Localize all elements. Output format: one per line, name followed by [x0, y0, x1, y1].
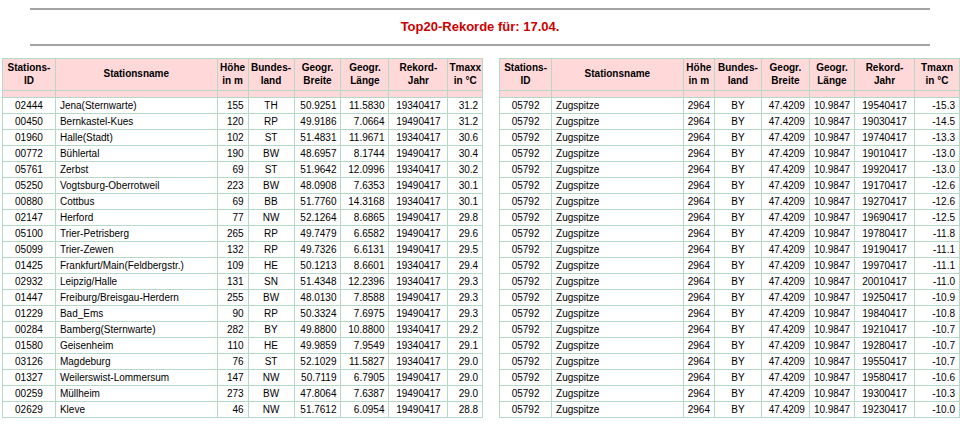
- cell-stations-id: 01425: [3, 258, 56, 274]
- cell-bundesland: BY: [714, 402, 761, 418]
- cell-stations-id: 05792: [500, 322, 552, 338]
- cell-rekord-jahr: 19490417: [389, 210, 448, 226]
- cell-geogr-breite: 47.4209: [761, 146, 809, 162]
- cell-bundesland: BW: [248, 178, 294, 194]
- cell-geogr-laenge: 8.1744: [341, 146, 389, 162]
- cell-stationsname: Trier-Petrisberg: [55, 226, 217, 242]
- table-row: 05792Zugspitze2964BY47.420910.9847195404…: [500, 98, 960, 114]
- cell-stationsname: Bernkastel-Kues: [55, 114, 217, 130]
- cell-bundesland: BY: [714, 306, 761, 322]
- cell-temperature: 30.4: [448, 146, 483, 162]
- cell-hoehe-in-m: 2964: [683, 370, 714, 386]
- cell-geogr-laenge: 7.8588: [341, 290, 389, 306]
- cell-rekord-jahr: 19840417: [855, 306, 915, 322]
- cell-rekord-jahr: 19490417: [389, 226, 448, 242]
- records-table-tmaxn: Stations- IDStationsnameHöhe in mBundes-…: [499, 58, 960, 418]
- cell-stationsname: Zugspitze: [552, 274, 684, 290]
- cell-hoehe-in-m: 2964: [683, 274, 714, 290]
- cell-stations-id: 02629: [3, 402, 56, 418]
- cell-hoehe-in-m: 2964: [683, 194, 714, 210]
- cell-stations-id: 05792: [500, 146, 552, 162]
- cell-stationsname: Bamberg(Sternwarte): [55, 322, 217, 338]
- table-row: 03126Magdeburg76ST52.102911.582719340417…: [3, 354, 483, 370]
- cell-stations-id: 05792: [500, 226, 552, 242]
- cell-rekord-jahr: 19920417: [855, 162, 915, 178]
- cell-bundesland: BY: [714, 194, 761, 210]
- cell-temperature: 29.8: [448, 210, 483, 226]
- cell-bundesland: NW: [248, 210, 294, 226]
- table-row: 05792Zugspitze2964BY47.420910.9847192104…: [500, 322, 960, 338]
- cell-geogr-laenge: 6.7905: [341, 370, 389, 386]
- header-spacer-cell: [448, 91, 483, 98]
- cell-rekord-jahr: 19340417: [389, 98, 448, 114]
- cell-temperature: 29.0: [448, 386, 483, 402]
- cell-geogr-breite: 48.0130: [294, 290, 341, 306]
- cell-geogr-laenge: 10.9847: [809, 178, 854, 194]
- cell-geogr-breite: 47.4209: [761, 242, 809, 258]
- title-divider: [30, 44, 930, 46]
- cell-stations-id: 05100: [3, 226, 56, 242]
- cell-rekord-jahr: 19190417: [855, 242, 915, 258]
- cell-stationsname: Zugspitze: [552, 194, 684, 210]
- cell-temperature: -11.8: [915, 226, 960, 242]
- cell-hoehe-in-m: 2964: [683, 98, 714, 114]
- cell-stationsname: Cottbus: [55, 194, 217, 210]
- col-header-hoehe-in-m: Höhe in m: [683, 59, 714, 91]
- cell-stations-id: 02932: [3, 274, 56, 290]
- cell-rekord-jahr: 19230417: [855, 402, 915, 418]
- cell-rekord-jahr: 19340417: [389, 130, 448, 146]
- cell-geogr-laenge: 7.9549: [341, 338, 389, 354]
- col-header-geogr-breite: Geogr. Breite: [761, 59, 809, 91]
- header-spacer-cell: [500, 91, 552, 98]
- cell-temperature: -12.6: [915, 194, 960, 210]
- cell-bundesland: BW: [248, 146, 294, 162]
- cell-geogr-breite: 51.4831: [294, 130, 341, 146]
- cell-hoehe-in-m: 132: [217, 242, 248, 258]
- cell-geogr-breite: 49.7326: [294, 242, 341, 258]
- cell-temperature: 29.5: [448, 242, 483, 258]
- cell-stations-id: 05792: [500, 210, 552, 226]
- table-row: 05250Vogtsburg-Oberrotweil223BW48.09087.…: [3, 178, 483, 194]
- cell-stations-id: 01327: [3, 370, 56, 386]
- cell-rekord-jahr: 19690417: [855, 210, 915, 226]
- page-title: Top20-Rekorde für: 17.04.: [0, 10, 960, 44]
- cell-temperature: -13.0: [915, 146, 960, 162]
- cell-geogr-laenge: 8.6865: [341, 210, 389, 226]
- cell-hoehe-in-m: 90: [217, 306, 248, 322]
- table-row: 05792Zugspitze2964BY47.420910.9847191704…: [500, 178, 960, 194]
- col-header-stations-id: Stations- ID: [3, 59, 56, 91]
- cell-bundesland: BY: [714, 98, 761, 114]
- cell-temperature: -15.3: [915, 98, 960, 114]
- cell-geogr-laenge: 10.9847: [809, 162, 854, 178]
- cell-hoehe-in-m: 2964: [683, 146, 714, 162]
- table-row: 05792Zugspitze2964BY47.420910.9847196904…: [500, 210, 960, 226]
- cell-rekord-jahr: 19490417: [389, 386, 448, 402]
- cell-geogr-breite: 49.9186: [294, 114, 341, 130]
- cell-stations-id: 00772: [3, 146, 56, 162]
- cell-bundesland: BW: [248, 386, 294, 402]
- cell-geogr-laenge: 7.6975: [341, 306, 389, 322]
- table-row: 05792Zugspitze2964BY47.420910.9847195804…: [500, 370, 960, 386]
- cell-geogr-laenge: 10.9847: [809, 98, 854, 114]
- cell-hoehe-in-m: 255: [217, 290, 248, 306]
- cell-temperature: -10.7: [915, 338, 960, 354]
- cell-geogr-breite: 52.1029: [294, 354, 341, 370]
- table-row: 00450Bernkastel-Kues120RP49.91867.066419…: [3, 114, 483, 130]
- cell-temperature: 31.2: [448, 98, 483, 114]
- cell-rekord-jahr: 19490417: [389, 146, 448, 162]
- cell-rekord-jahr: 19340417: [389, 322, 448, 338]
- col-header-stationsname: Stationsname: [552, 59, 684, 91]
- cell-geogr-breite: 47.4209: [761, 354, 809, 370]
- table-row: 05792Zugspitze2964BY47.420910.9847190304…: [500, 114, 960, 130]
- table-row: 02932Leipzig/Halle131SN51.434812.2396193…: [3, 274, 483, 290]
- cell-stationsname: Zugspitze: [552, 322, 684, 338]
- cell-geogr-breite: 47.8064: [294, 386, 341, 402]
- cell-hoehe-in-m: 2964: [683, 178, 714, 194]
- cell-geogr-laenge: 10.9847: [809, 290, 854, 306]
- cell-bundesland: BY: [714, 162, 761, 178]
- cell-temperature: -10.6: [915, 370, 960, 386]
- cell-hoehe-in-m: 2964: [683, 210, 714, 226]
- cell-stations-id: 01447: [3, 290, 56, 306]
- cell-stations-id: 05792: [500, 258, 552, 274]
- cell-geogr-laenge: 10.9847: [809, 210, 854, 226]
